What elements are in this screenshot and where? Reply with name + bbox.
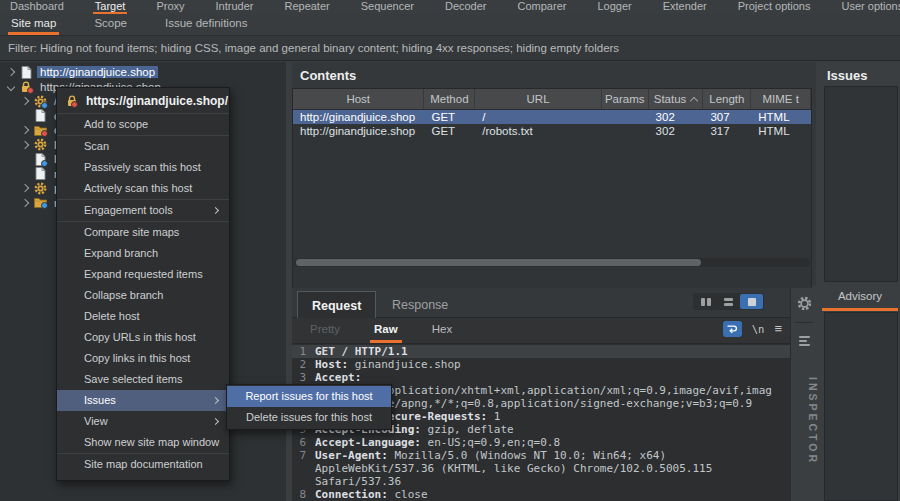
menubar-item-intruder[interactable]: Intruder [214, 0, 256, 14]
column-header-method[interactable]: Method [424, 89, 475, 109]
context-menu-item-expand-branch[interactable]: Expand branch [57, 243, 229, 264]
menubar-item-decoder[interactable]: Decoder [443, 0, 489, 14]
wrap-text-button[interactable] [723, 321, 742, 337]
submenu-arrow-icon [212, 207, 219, 214]
column-label: Params [605, 93, 645, 105]
column-label: URL [527, 93, 550, 105]
inspector-filter-icon[interactable] [799, 336, 810, 346]
line-number: 1 [292, 345, 306, 358]
submenu-item-report-issues-for-this-host[interactable]: Report issues for this host [227, 386, 391, 407]
context-menu-item-compare-site-maps[interactable]: Compare site maps [57, 222, 229, 243]
chevron-down-icon[interactable] [7, 83, 15, 91]
context-menu-item-actively-scan-this-host[interactable]: Actively scan this host [57, 178, 229, 199]
filter-bar[interactable]: Filter: Hiding not found items; hiding C… [0, 35, 900, 61]
column-label: Host [346, 93, 370, 105]
column-header-status[interactable]: Status [649, 89, 704, 109]
tree-row[interactable]: http://ginandjuice.shop [0, 65, 286, 80]
subtab-scope[interactable]: Scope [91, 14, 130, 35]
menubar-item-target[interactable]: Target [93, 0, 128, 14]
tab-advisory[interactable]: Advisory [822, 290, 898, 311]
contents-table: HostMethodURLParamsStatusLengthMIME t ht… [292, 88, 812, 307]
issues-list[interactable] [824, 86, 898, 282]
subtab-issue-definitions[interactable]: Issue definitions [162, 14, 250, 35]
table-cell-url: /robots.txt [475, 125, 601, 137]
context-menu-item-add-to-scope[interactable]: Add to scope [57, 114, 229, 135]
layout-rows-button[interactable] [717, 294, 740, 309]
menubar-item-project-options[interactable]: Project options [736, 0, 813, 14]
code-line: 3Accept: [292, 371, 790, 384]
subtab-site-map[interactable]: Site map [8, 14, 59, 35]
table-row[interactable]: http://ginandjuice.shopGET/robots.txt302… [293, 124, 811, 138]
context-menu-item-passively-scan-this-host[interactable]: Passively scan this host [57, 157, 229, 178]
advisory-body [824, 312, 898, 501]
lock-icon [18, 81, 34, 93]
context-menu-item-collapse-branch[interactable]: Collapse branch [57, 285, 229, 306]
scrollbar-thumb[interactable] [296, 259, 701, 266]
column-header-params[interactable]: Params [602, 89, 649, 109]
line-number: 2 [292, 358, 306, 371]
chevron-right-icon[interactable] [21, 97, 29, 105]
editor-view-tabs: PrettyRawHex [292, 318, 790, 344]
settings-gear-icon[interactable] [797, 296, 812, 315]
menubar-item-dashboard[interactable]: Dashboard [8, 0, 66, 14]
contents-h-scrollbar[interactable] [294, 258, 810, 267]
issues-title: Issues [827, 68, 867, 83]
line-number: 3 [292, 371, 306, 384]
menubar-item-user-options[interactable]: User options [839, 0, 900, 14]
table-cell-status: 302 [649, 125, 704, 137]
tab-request[interactable]: Request [297, 291, 376, 319]
menubar-item-repeater[interactable]: Repeater [282, 0, 331, 14]
chevron-right-icon[interactable] [21, 141, 29, 149]
context-menu-item-site-map-documentation[interactable]: Site map documentation [57, 454, 229, 475]
layout-single-button[interactable] [740, 294, 763, 309]
table-row[interactable]: http://ginandjuice.shopGET/302307HTML [293, 110, 811, 124]
context-menu-item-scan[interactable]: Scan [57, 136, 229, 157]
issue-dot-red [41, 130, 48, 137]
column-header-length[interactable]: Length [703, 89, 751, 109]
submenu-item-delete-issues-for-this-host[interactable]: Delete issues for this host [227, 407, 391, 428]
code-line: Safari/537.36 [292, 475, 790, 488]
tab-response[interactable]: Response [378, 291, 462, 318]
view-tab-hex[interactable]: Hex [428, 318, 456, 343]
chevron-right-icon[interactable] [21, 199, 29, 207]
context-menu-item-view[interactable]: View [57, 411, 229, 432]
column-header-host[interactable]: Host [293, 89, 424, 109]
right-column: Issues Advisory [822, 62, 900, 501]
chevron-right-icon[interactable] [21, 126, 29, 134]
column-header-url[interactable]: URL [475, 89, 602, 109]
context-menu-header: https://ginandjuice.shop/ [57, 88, 229, 113]
editor-tabbar: Request Response [292, 288, 790, 318]
context-menu-item-copy-links-in-this-host[interactable]: Copy links in this host [57, 348, 229, 369]
menubar-item-proxy[interactable]: Proxy [154, 0, 186, 14]
context-menu-item-copy-urls-in-this-host[interactable]: Copy URLs in this host [57, 327, 229, 348]
context-menu-item-delete-host[interactable]: Delete host [57, 306, 229, 327]
document-icon [18, 66, 34, 79]
menubar-item-extender[interactable]: Extender [661, 0, 709, 14]
menubar-item-sequencer[interactable]: Sequencer [359, 0, 416, 14]
document-icon [32, 167, 48, 180]
view-tab-raw[interactable]: Raw [370, 318, 402, 343]
menubar-item-logger[interactable]: Logger [595, 0, 633, 14]
view-tab-pretty[interactable]: Pretty [306, 318, 344, 343]
document-icon [32, 153, 48, 166]
layout-columns-button[interactable] [694, 294, 717, 309]
column-header-mime-t[interactable]: MIME t [751, 89, 811, 109]
lock-icon [66, 95, 78, 107]
context-menu-item-show-new-site-map-window[interactable]: Show new site map window [57, 432, 229, 453]
context-menu-item-engagement-tools[interactable]: Engagement tools [57, 200, 229, 221]
column-label: MIME t [762, 93, 798, 105]
column-label: Method [430, 93, 468, 105]
table-cell-method: GET [424, 111, 475, 123]
context-menu: https://ginandjuice.shop/ Add to scopeSc… [56, 87, 230, 481]
context-menu-item-expand-requested-items[interactable]: Expand requested items [57, 264, 229, 285]
menubar-item-comparer[interactable]: Comparer [516, 0, 569, 14]
table-cell-mime-t: HTML [751, 111, 811, 123]
context-menu-item-save-selected-items[interactable]: Save selected items [57, 369, 229, 390]
editor-menu-button[interactable]: ≡ [774, 324, 782, 334]
context-menu-item-issues[interactable]: Issues [57, 390, 229, 411]
chevron-right-icon[interactable] [21, 184, 29, 192]
chevron-right-icon[interactable] [7, 68, 15, 76]
inspector-label[interactable]: INSPECTOR [791, 356, 819, 486]
issue-dot-blue [41, 102, 48, 109]
newline-chars-button[interactable]: \n [752, 323, 765, 335]
